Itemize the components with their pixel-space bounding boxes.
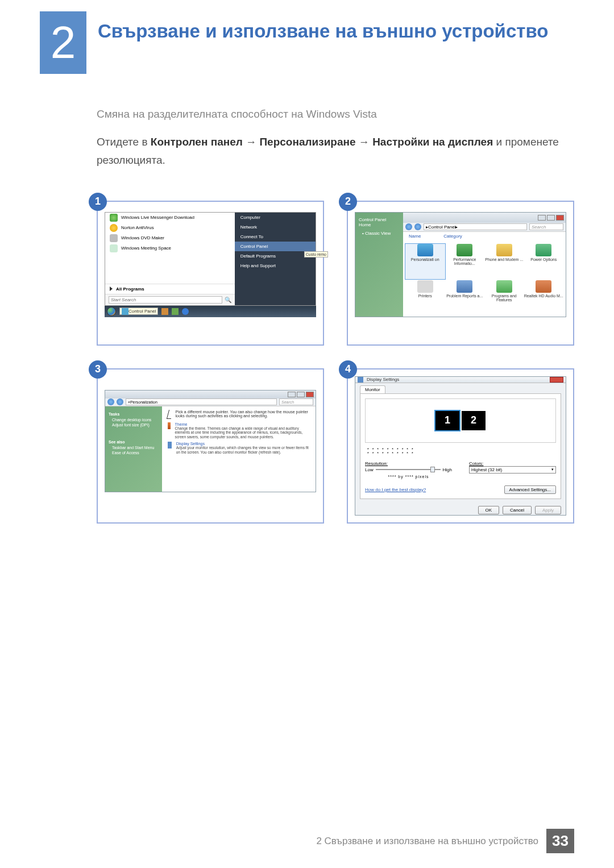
step-badge: 4: [339, 360, 357, 379]
chapter-number-badge: 2: [40, 11, 86, 74]
start-menu: Windows Live Messenger Download Norton A…: [105, 212, 316, 306]
column-name[interactable]: Name: [409, 234, 421, 239]
taskbar-tooltip: Control Panel: [119, 308, 158, 315]
tooltip: Custo remo: [304, 251, 328, 258]
display-settings-link[interactable]: Display Settings: [176, 442, 310, 446]
monitor-preview[interactable]: 1 2: [365, 398, 556, 443]
start-menu-item[interactable]: Windows DVD Maker: [105, 233, 235, 243]
chapter-title: Свързване и използване на външно устройс…: [98, 11, 548, 44]
maximize-button[interactable]: [297, 392, 305, 397]
slider-thumb[interactable]: [430, 467, 435, 472]
nav-back-icon[interactable]: [405, 223, 412, 230]
start-menu-item[interactable]: Windows Meeting Space: [105, 243, 235, 254]
footer-chapter-text: 2 Свързване и използване на външно устро…: [316, 836, 546, 847]
resolution-value: **** by **** pixels: [365, 475, 452, 479]
resolution-slider[interactable]: Low High: [365, 467, 452, 472]
theme-desc: Change the theme. Themes can change a wi…: [175, 426, 310, 439]
triangle-right-icon: [110, 286, 113, 291]
taskbar-shortcut-icon[interactable]: [161, 308, 168, 315]
panel-step-2: 2 Control Panel Home • Classic View: [347, 201, 574, 346]
cp-item-programs[interactable]: Programs and Features: [484, 280, 524, 315]
all-programs[interactable]: All Programs: [105, 284, 235, 294]
display-settings-icon: [168, 442, 172, 448]
monitor-2[interactable]: 2: [462, 411, 486, 430]
tab-monitor[interactable]: Monitor: [360, 385, 385, 393]
nav-back-icon[interactable]: [107, 398, 114, 405]
theme-link[interactable]: Theme: [175, 422, 310, 426]
address-bar[interactable]: ▸ Control Panel ▸: [424, 223, 527, 230]
see-also-header: See also: [109, 440, 159, 444]
advanced-settings-button[interactable]: Advanced Settings...: [504, 485, 556, 494]
minimize-button[interactable]: [288, 392, 296, 397]
cp-item-performance[interactable]: Performance Informatio...: [445, 244, 485, 279]
start-right-default-programs[interactable]: Default Programs Custo remo: [235, 251, 316, 261]
start-right-network[interactable]: Network: [235, 222, 316, 232]
step-badge: 2: [339, 193, 357, 211]
start-search-input[interactable]: [109, 296, 222, 304]
minimize-button[interactable]: [538, 215, 546, 221]
cp-item-power[interactable]: Power Options: [524, 244, 564, 279]
ease-of-access-link[interactable]: Ease of Access: [109, 450, 159, 455]
instruction-text: Отидете в Контролен панел → Персонализир…: [97, 133, 574, 170]
monitor-1[interactable]: 1: [435, 411, 459, 430]
change-desktop-icons-link[interactable]: Change desktop icons: [109, 417, 159, 422]
performance-icon: [457, 244, 472, 256]
theme-icon: [168, 422, 171, 429]
step-badge: 3: [89, 360, 107, 379]
cancel-button[interactable]: Cancel: [503, 506, 532, 514]
display-settings-window: Display Settings Monitor 1 2 * * * * * *…: [355, 376, 566, 516]
search-input[interactable]: Search: [279, 398, 313, 405]
taskbar-shortcut-icon[interactable]: [182, 308, 189, 315]
window-title: Display Settings: [367, 377, 546, 382]
ok-button[interactable]: OK: [478, 506, 500, 514]
arrow-right-icon: →: [246, 133, 256, 151]
cp-item-phone[interactable]: Phone and Modem ...: [484, 244, 524, 279]
nav-forward-icon[interactable]: [117, 398, 123, 405]
colors-select[interactable]: Highest (32 bit)▾: [469, 466, 556, 474]
cp-item-problem[interactable]: Problem Reports a...: [445, 280, 485, 315]
start-right-control-panel[interactable]: Control Panel: [235, 242, 316, 251]
step-badge: 1: [89, 193, 107, 211]
start-right-connect-to[interactable]: Connect To: [235, 232, 316, 242]
column-category[interactable]: Category: [443, 234, 462, 239]
cp-home-link[interactable]: Control Panel Home: [359, 217, 400, 227]
mouse-pointer-text: Pick a different mouse pointer. You can …: [176, 410, 310, 419]
maximize-button[interactable]: [547, 215, 555, 221]
tasks-header: Tasks: [109, 412, 159, 416]
resolution-label: Resolution:: [365, 461, 452, 466]
start-menu-item[interactable]: Windows Live Messenger Download: [105, 213, 235, 223]
taskbar-shortcut-icon[interactable]: [172, 308, 179, 315]
norton-icon: [110, 224, 118, 232]
close-button[interactable]: [556, 215, 564, 221]
cp-item-personalization[interactable]: Personalizati on: [405, 244, 445, 279]
messenger-icon: [110, 214, 118, 222]
start-right-help[interactable]: Help and Support: [235, 261, 316, 271]
apply-button[interactable]: Apply: [535, 506, 561, 514]
panel-step-4: 4 Display Settings Monitor 1 2 * * * * *…: [347, 368, 574, 524]
panel-step-3: 3 « Personalization Search Tasks Chang: [97, 368, 324, 524]
personalization-window: « Personalization Search Tasks Change de…: [105, 390, 316, 492]
realtek-audio-icon: [536, 280, 551, 293]
address-bar[interactable]: « Personalization: [126, 398, 277, 405]
taskbar-start-menu-link[interactable]: Taskbar and Start Menu: [109, 445, 159, 450]
display-settings-icon: [358, 377, 363, 383]
close-button[interactable]: [306, 392, 314, 397]
meeting-space-icon: [110, 244, 118, 252]
cp-item-audio[interactable]: Realtek HD Audio M...: [524, 280, 564, 315]
search-icon[interactable]: 🔍: [225, 297, 231, 303]
problem-reports-icon: [457, 280, 472, 293]
power-options-icon: [536, 244, 551, 256]
start-right-computer[interactable]: Computer: [235, 213, 316, 222]
close-button[interactable]: [550, 377, 563, 383]
control-panel-window: Control Panel Home • Classic View ▸ Cont…: [355, 212, 566, 317]
section-subtitle: Смяна на разделителната способност на Wi…: [97, 108, 574, 121]
chevron-down-icon: ▾: [551, 467, 554, 472]
search-input[interactable]: Search: [529, 223, 563, 230]
cp-item-printers[interactable]: Printers: [405, 280, 445, 315]
nav-forward-icon[interactable]: [414, 223, 421, 230]
cp-classic-view-link[interactable]: • Classic View: [359, 230, 400, 237]
start-menu-item[interactable]: Norton AntiVirus: [105, 223, 235, 233]
start-orb-icon[interactable]: [107, 307, 116, 316]
best-display-link[interactable]: How do I get the best display?: [365, 487, 426, 492]
adjust-font-size-link[interactable]: Adjust font size (DPI): [109, 422, 159, 427]
